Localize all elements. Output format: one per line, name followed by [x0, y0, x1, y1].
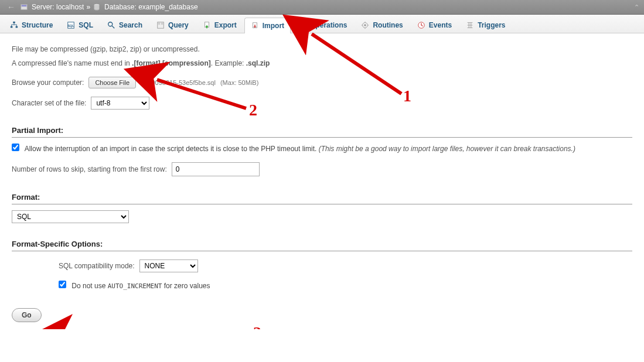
skip-rows-label: Number of rows to skip, starting from th…: [12, 165, 167, 173]
svg-text:SQL: SQL: [68, 24, 75, 28]
skip-rows-input[interactable]: [172, 162, 260, 176]
allow-interrupt-row: Allow the interruption of an import in c…: [12, 144, 632, 154]
compat-row: SQL compatibility mode: NONE: [59, 259, 632, 272]
charset-select[interactable]: utf-8: [91, 97, 149, 110]
format-options-heading: Format-Specific Options:: [12, 240, 632, 251]
tab-sql[interactable]: SQL SQL: [60, 17, 100, 33]
tab-routines[interactable]: Routines: [355, 17, 409, 33]
tab-import[interactable]: Import: [244, 18, 291, 33]
desc-line-2: A compressed file's name must end in .[f…: [12, 58, 632, 69]
server-link[interactable]: Server: localhost: [32, 3, 84, 11]
go-button[interactable]: Go: [12, 308, 42, 322]
tab-query[interactable]: Query: [150, 17, 195, 33]
compat-label: SQL compatibility mode:: [59, 262, 135, 270]
tab-events[interactable]: Events: [411, 17, 458, 33]
structure-icon: [10, 21, 18, 29]
max-size-label: (Max: 50MiB): [220, 79, 258, 86]
format-select[interactable]: SQL: [12, 210, 129, 223]
breadcrumb-bar: ← Server: localhost » Database: example_…: [0, 0, 644, 15]
export-icon: [203, 21, 211, 29]
tab-triggers[interactable]: Triggers: [459, 17, 512, 33]
browse-label: Browse your computer:: [12, 78, 84, 87]
svg-rect-5: [16, 26, 18, 28]
chosen-file-name: 1399098615-53e5f5be.sql: [141, 79, 216, 86]
breadcrumb-separator: »: [86, 3, 90, 11]
allow-interrupt-label: Allow the interruption of an import in c…: [25, 145, 319, 153]
sql-icon: SQL: [67, 21, 75, 29]
svg-rect-3: [13, 22, 15, 23]
server-icon: [20, 3, 29, 12]
triggers-icon: [466, 21, 474, 29]
browse-row: Browse your computer: Choose File 139909…: [12, 77, 632, 88]
tab-structure[interactable]: Structure: [4, 17, 59, 33]
events-icon: [417, 21, 425, 29]
allow-interrupt-checkbox[interactable]: [12, 144, 19, 151]
back-arrow-icon[interactable]: ←: [5, 2, 18, 12]
collapse-icon[interactable]: ⌃: [634, 4, 639, 11]
partial-import-heading: Partial Import:: [12, 126, 632, 138]
query-icon: [156, 21, 165, 29]
svg-line-9: [112, 26, 114, 28]
tab-operations[interactable]: Operations: [292, 17, 353, 33]
search-icon: [107, 21, 115, 29]
auto-increment-row: Do not use AUTO_INCREMENT for zero value…: [59, 281, 632, 292]
choose-file-button[interactable]: Choose File: [88, 77, 136, 88]
svg-rect-15: [304, 21, 306, 24]
svg-rect-11: [158, 23, 161, 25]
database-link[interactable]: Database: example_database: [104, 3, 197, 11]
annotation-label-3: 3: [253, 323, 261, 329]
tab-bar: Structure SQL SQL Search Query Export Im…: [0, 15, 644, 33]
annotation-label-2: 2: [249, 101, 257, 119]
charset-row: Character set of the file: utf-8: [12, 97, 632, 110]
compat-select[interactable]: NONE: [139, 259, 198, 272]
annotation-label-1: 1: [403, 87, 411, 105]
format-heading: Format:: [12, 193, 632, 204]
svg-rect-12: [161, 23, 163, 25]
svg-point-8: [108, 22, 113, 26]
svg-rect-4: [11, 26, 13, 28]
svg-point-17: [364, 24, 367, 26]
tab-search[interactable]: Search: [101, 17, 149, 33]
database-icon: [93, 3, 102, 12]
desc-line-1: File may be compressed (gzip, bzip2, zip…: [12, 44, 632, 54]
tab-export[interactable]: Export: [196, 17, 243, 33]
charset-label: Character set of the file:: [12, 99, 86, 107]
import-icon: [251, 22, 259, 30]
auto-increment-checkbox[interactable]: [59, 281, 66, 288]
operations-icon: [298, 21, 306, 29]
skip-rows-row: Number of rows to skip, starting from th…: [12, 162, 632, 176]
allow-interrupt-note: (This might be a good way to import larg…: [319, 145, 575, 153]
routines-icon: [361, 21, 369, 29]
import-panel: File may be compressed (gzip, bzip2, zip…: [0, 33, 644, 329]
svg-rect-1: [22, 5, 27, 7]
